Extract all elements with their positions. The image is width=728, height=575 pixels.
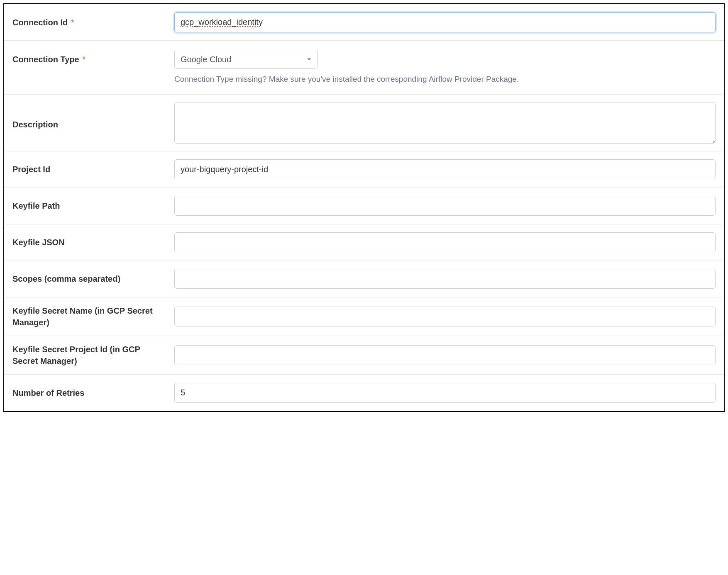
label-cell: Connection Id *: [12, 17, 174, 28]
row-connection-id: Connection Id * gcp_workload_identity: [4, 4, 724, 41]
label-cell: Number of Retries: [12, 387, 174, 399]
keyfile-json-input[interactable]: [174, 232, 716, 252]
input-cell: [174, 345, 716, 365]
row-number-of-retries: Number of Retries: [4, 375, 724, 411]
input-cell: [174, 269, 716, 289]
input-cell: [174, 159, 716, 179]
required-marker: *: [82, 55, 86, 64]
input-cell: [174, 102, 716, 144]
input-cell: [174, 307, 716, 326]
label-cell: Keyfile JSON: [12, 236, 174, 248]
required-marker: *: [71, 18, 74, 27]
connection-id-label: Connection Id *: [12, 18, 74, 27]
input-cell: [174, 196, 716, 216]
keyfile-path-label: Keyfile Path: [12, 201, 60, 210]
connection-form: Connection Id * gcp_workload_identity Co…: [3, 3, 725, 412]
label-cell: Keyfile Path: [12, 200, 174, 212]
row-description: Description: [4, 95, 724, 151]
connection-id-input[interactable]: gcp_workload_identity: [174, 12, 716, 32]
label-cell: Connection Type *: [12, 50, 174, 69]
label-cell: Project Id: [12, 163, 174, 175]
project-id-input[interactable]: [174, 159, 716, 179]
keyfile-secret-name-label: Keyfile Secret Name (in GCP Secret Manag…: [12, 306, 153, 327]
keyfile-path-input[interactable]: [174, 196, 716, 216]
label-cell: Scopes (comma separated): [12, 273, 174, 285]
row-keyfile-path: Keyfile Path: [4, 188, 724, 224]
row-keyfile-secret-project-id: Keyfile Secret Project Id (in GCP Secret…: [4, 336, 724, 375]
keyfile-secret-name-input[interactable]: [174, 307, 716, 326]
row-scopes: Scopes (comma separated): [4, 261, 724, 297]
caret-down-icon: [307, 58, 311, 61]
connection-type-value: Google Cloud: [181, 55, 231, 64]
connection-id-value: gcp_workload_identity: [181, 17, 263, 27]
description-label: Description: [12, 120, 58, 129]
row-project-id: Project Id: [4, 151, 724, 188]
keyfile-secret-project-id-input[interactable]: [174, 345, 716, 365]
row-connection-type: Connection Type * Google Cloud Connectio…: [4, 41, 724, 95]
input-cell: gcp_workload_identity: [174, 12, 716, 32]
scopes-input[interactable]: [174, 269, 716, 289]
connection-type-select[interactable]: Google Cloud: [174, 50, 318, 69]
number-of-retries-label: Number of Retries: [12, 388, 84, 397]
connection-type-label: Connection Type *: [12, 54, 86, 65]
input-cell: [174, 232, 716, 252]
input-cell: [174, 383, 716, 403]
scopes-label: Scopes (comma separated): [12, 274, 120, 283]
row-keyfile-secret-name: Keyfile Secret Name (in GCP Secret Manag…: [4, 297, 724, 336]
project-id-label: Project Id: [12, 165, 50, 174]
keyfile-json-label: Keyfile JSON: [12, 238, 65, 247]
connection-type-help: Connection Type missing? Make sure you'v…: [174, 74, 716, 85]
label-cell: Description: [12, 102, 174, 130]
input-cell: Google Cloud Connection Type missing? Ma…: [174, 50, 716, 85]
number-of-retries-input[interactable]: [174, 383, 716, 403]
label-cell: Keyfile Secret Project Id (in GCP Secret…: [12, 344, 174, 367]
description-input[interactable]: [174, 102, 716, 144]
keyfile-secret-project-id-label: Keyfile Secret Project Id (in GCP Secret…: [12, 345, 140, 365]
label-cell: Keyfile Secret Name (in GCP Secret Manag…: [12, 305, 174, 328]
row-keyfile-json: Keyfile JSON: [4, 224, 724, 261]
